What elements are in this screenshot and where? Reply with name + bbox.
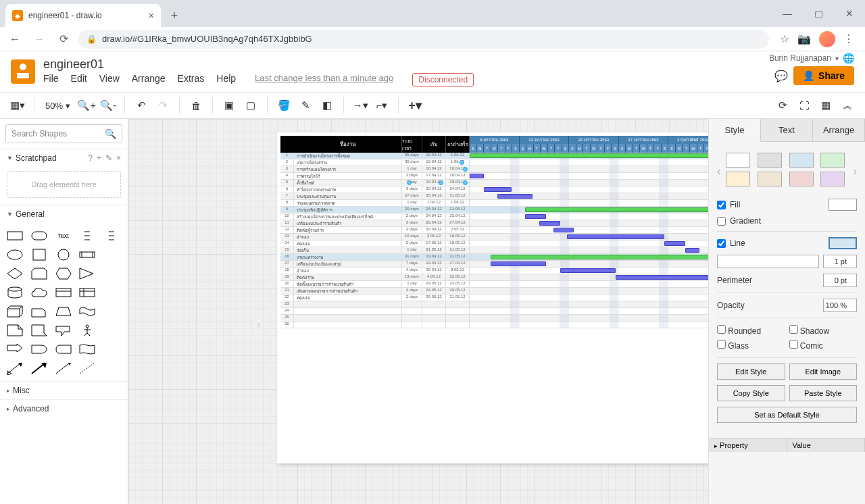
outline-icon[interactable]: ▦: [816, 96, 835, 115]
zoom-out-icon[interactable]: 🔍-: [99, 96, 118, 115]
shape-7[interactable]: [54, 247, 73, 262]
scratchpad-dropzone[interactable]: Drag elements here: [7, 171, 121, 198]
shape-16[interactable]: [30, 285, 49, 300]
shape-17[interactable]: [54, 285, 73, 300]
gantt-row[interactable]: 18จำลอง4 days30.04.123.05.12: [280, 268, 708, 274]
shadow-checkbox[interactable]: [789, 325, 798, 334]
tab-style[interactable]: Style: [709, 119, 761, 142]
browser-tab-active[interactable]: ◆ engineer01 - draw.io ×: [5, 4, 161, 27]
gantt-row[interactable]: 9ประชุมเชิงปฏิบัติการ20 days24.04.1221.0…: [280, 207, 708, 213]
canvas[interactable]: ⋮ ชื่องาน ระยะเวลา เริ่ม ถาดำเสร็จ 6 มกร…: [128, 119, 708, 504]
gantt-row[interactable]: 17เตรียมงบประเมินและสรุป7 days19.04.1227…: [280, 261, 708, 268]
gantt-row[interactable]: 13จำลอง10 days3.05.1216.05.12: [280, 234, 708, 241]
shape-2[interactable]: Text: [54, 228, 73, 243]
tab-close-icon[interactable]: ×: [149, 10, 154, 21]
shape-33[interactable]: [78, 342, 97, 357]
line-color-box[interactable]: [829, 237, 857, 249]
gantt-row[interactable]: 10สร้างแผนโครงการและประเมินเทียบเท่าไซต์…: [280, 213, 708, 220]
swatch-green[interactable]: [820, 153, 845, 168]
reload-button[interactable]: ⟳: [54, 30, 73, 49]
perimeter-input[interactable]: 0 pt: [823, 274, 857, 287]
gantt-row[interactable]: 22ทดลอบ2 days30.05.1231.05.12: [280, 295, 708, 301]
delete-icon[interactable]: 🗑: [187, 96, 205, 115]
minimize-button[interactable]: —: [772, 0, 803, 27]
gantt-row[interactable]: 11เตรียมงบประจำรายสินค้า2 days26.04.1227…: [280, 220, 708, 227]
shape-10[interactable]: [5, 266, 24, 281]
menu-arrange[interactable]: Arrange: [132, 73, 166, 86]
menu-view[interactable]: View: [99, 73, 120, 86]
gantt-chart[interactable]: ชื่องาน ระยะเวลา เริ่ม ถาดำเสร็จ 6 มกราค…: [280, 136, 708, 328]
shape-30[interactable]: [5, 342, 24, 357]
star-icon[interactable]: ☆: [780, 32, 789, 45]
shape-24[interactable]: [102, 304, 121, 319]
gantt-row[interactable]: 15จัดเก็บ1 day21.05.1221.05.12: [280, 247, 708, 254]
help-icon[interactable]: ?: [88, 153, 93, 163]
profile-avatar[interactable]: [819, 31, 835, 47]
connection-icon[interactable]: →▾: [351, 96, 370, 115]
forward-button[interactable]: →: [30, 30, 49, 49]
shape-8[interactable]: [78, 247, 97, 262]
advanced-header[interactable]: ▸Advanced: [0, 400, 128, 418]
gantt-row[interactable]: 12ติดต่อผู้ร่วมการ2 days30.04.122.05.12: [280, 227, 708, 234]
shape-36[interactable]: [30, 361, 49, 376]
fill-checkbox[interactable]: [717, 201, 726, 209]
to-front-icon[interactable]: ▣: [220, 96, 239, 115]
add-icon[interactable]: +: [97, 153, 101, 163]
share-button[interactable]: 👤 Share: [793, 66, 854, 85]
page-view-button[interactable]: ▦▾: [8, 96, 27, 115]
gantt-row[interactable]: 1การดำเนินงานโครงการทั้งหมด35 days16.04.…: [280, 153, 708, 159]
edit-icon[interactable]: ✎: [105, 153, 112, 163]
maximize-button[interactable]: ▢: [803, 0, 834, 27]
fullscreen-icon[interactable]: ⛶: [795, 96, 814, 115]
line-color-icon[interactable]: ✎: [296, 96, 315, 115]
shape-25[interactable]: [5, 323, 24, 338]
gantt-row[interactable]: 24: [280, 308, 708, 315]
gantt-row[interactable]: 26: [280, 322, 708, 328]
shape-28[interactable]: [78, 323, 97, 338]
comic-checkbox[interactable]: [789, 340, 798, 349]
shape-21[interactable]: [30, 304, 49, 319]
gantt-row[interactable]: 25: [280, 315, 708, 322]
gantt-row[interactable]: 21เดินตามแผนรายการจำหน่ายสินค้า4 days24.…: [280, 288, 708, 295]
swatch-tan[interactable]: [758, 172, 782, 186]
tab-text[interactable]: Text: [761, 119, 813, 141]
shape-12[interactable]: [54, 266, 73, 281]
menu-edit[interactable]: Edit: [71, 73, 87, 86]
gantt-row[interactable]: 2งานวางโครงสร้าง35 days16.04.121.06.12: [280, 159, 708, 166]
shape-20[interactable]: [5, 304, 24, 319]
redo-icon[interactable]: ↷: [153, 96, 172, 115]
swatch-white[interactable]: [726, 153, 750, 168]
edit-style-button[interactable]: Edit Style: [717, 363, 785, 380]
gantt-row[interactable]: 5ตั้งชื่อไซต์1 day19.04.1219.04.12: [280, 180, 708, 186]
shape-31[interactable]: [30, 342, 49, 357]
last-change-link[interactable]: Last change less than a minute ago: [255, 73, 393, 86]
menu-file[interactable]: File: [43, 73, 59, 86]
zoom-select[interactable]: 50% ▾: [41, 101, 74, 111]
gantt-row[interactable]: 6ทำโครงร่างบนกระดาษ3 days20.04.1224.04.1…: [280, 186, 708, 193]
menu-icon[interactable]: ⋮: [843, 32, 854, 45]
search-shapes-input[interactable]: Search Shapes 🔍: [5, 124, 122, 143]
sidebar-splitter[interactable]: ⋮: [255, 311, 262, 338]
swatch-red[interactable]: [789, 172, 814, 186]
globe-icon[interactable]: 🌐: [843, 53, 854, 64]
shape-0[interactable]: [5, 228, 24, 243]
shape-11[interactable]: [30, 266, 49, 281]
shape-18[interactable]: [78, 285, 97, 300]
shape-26[interactable]: [30, 323, 49, 338]
edit-image-button[interactable]: Edit Image: [789, 363, 858, 380]
url-field[interactable]: 🔒 draw.io/#G1IRka_bmwUOUIB3nqAg7qh46TXJg…: [78, 30, 769, 49]
paste-style-button[interactable]: Paste Style: [789, 385, 858, 401]
scratchpad-header[interactable]: ▼Scratchpad ?+✎×: [0, 149, 128, 167]
swatch-yellow[interactable]: [726, 172, 750, 186]
shape-35[interactable]: [5, 361, 24, 376]
gantt-row[interactable]: 23: [280, 301, 708, 308]
shape-22[interactable]: [54, 304, 73, 319]
gantt-row[interactable]: 16งานระหว่างงาน31 days19.04.1231.05.12: [280, 254, 708, 261]
waypoints-icon[interactable]: ⌐▾: [372, 96, 391, 115]
shadow-icon[interactable]: ◧: [318, 96, 337, 115]
shape-5[interactable]: [5, 247, 24, 262]
zoom-in-icon[interactable]: 🔍+: [77, 96, 96, 115]
comment-icon[interactable]: 💬: [774, 70, 788, 82]
gradient-checkbox[interactable]: [717, 217, 726, 226]
line-style-select[interactable]: [717, 255, 819, 268]
